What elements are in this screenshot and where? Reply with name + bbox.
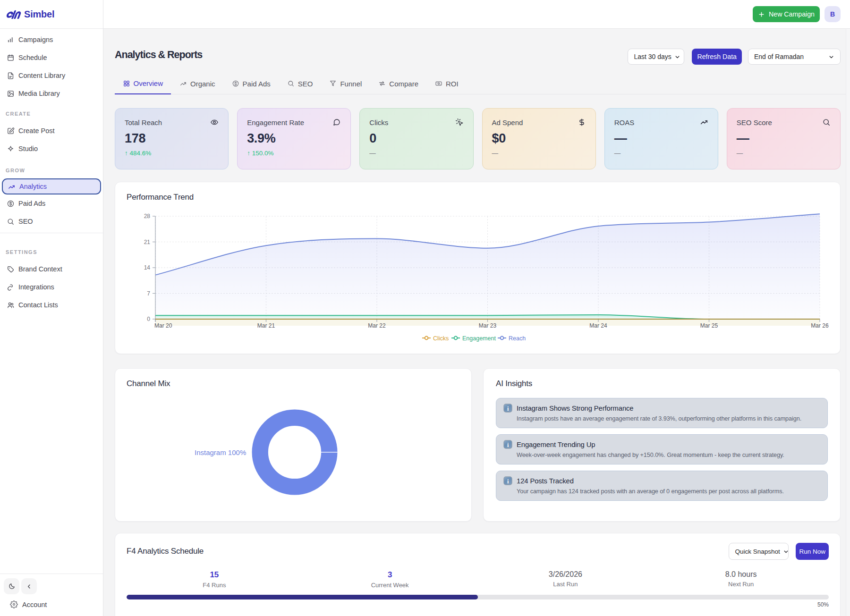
svg-text:Mar 24: Mar 24 [589, 322, 607, 329]
svg-text:0: 0 [147, 316, 150, 322]
svg-text:Mar 23: Mar 23 [479, 322, 497, 329]
svg-text:7: 7 [147, 290, 150, 297]
svg-text:Mar 21: Mar 21 [257, 322, 275, 329]
svg-text:Clicks: Clicks [433, 335, 449, 342]
svg-text:Engagement: Engagement [462, 335, 496, 342]
svg-text:Mar 26: Mar 26 [811, 322, 829, 329]
svg-text:Reach: Reach [509, 335, 526, 342]
svg-text:Mar 25: Mar 25 [700, 322, 718, 329]
svg-text:Mar 20: Mar 20 [154, 322, 172, 329]
svg-text:21: 21 [144, 239, 151, 245]
svg-text:28: 28 [144, 213, 151, 219]
svg-text:14: 14 [144, 264, 151, 271]
svg-text:Mar 22: Mar 22 [368, 322, 386, 329]
